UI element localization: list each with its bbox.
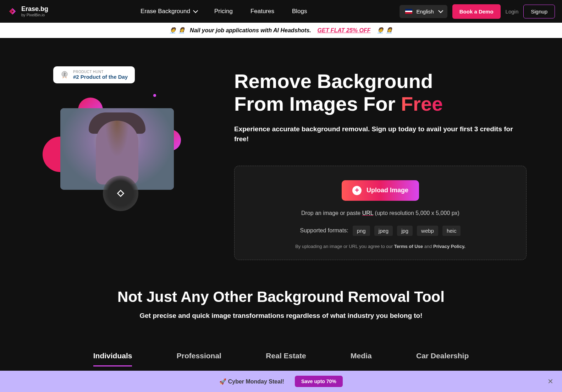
privacy-link[interactable]: Privacy Policy. <box>433 244 465 249</box>
product-hunt-label: PRODUCT HUNT <box>73 70 128 74</box>
promo-banner: 🧑‍💼 👩‍💼 Nail your job applications with … <box>0 23 562 38</box>
formats-label: Supported formats: <box>300 227 348 234</box>
logo[interactable]: Erase.bg by PixelBin.io <box>7 6 48 17</box>
format-tag: jpeg <box>374 226 393 236</box>
product-hunt-badge[interactable]: 2 PRODUCT HUNT #2 Product of the Day <box>53 66 135 83</box>
nav-features[interactable]: Features <box>250 8 274 15</box>
terms-and: and <box>423 244 433 249</box>
logo-subtitle: by PixelBin.io <box>21 13 48 17</box>
close-icon[interactable]: ✕ <box>547 377 553 386</box>
chevron-down-icon <box>193 8 198 13</box>
svg-text:2: 2 <box>64 72 66 76</box>
logo-icon <box>115 187 127 199</box>
logo-text: Erase.bg by PixelBin.io <box>21 6 48 17</box>
tab-real-estate[interactable]: Real Estate <box>266 352 306 366</box>
promo-text: Nail your job applications with AI Heads… <box>190 27 311 33</box>
product-hunt-text: PRODUCT HUNT #2 Product of the Day <box>73 70 128 80</box>
upload-button-label: Upload Image <box>367 187 408 194</box>
section-not-just-any: Not Just Any Other Background Removal To… <box>0 274 562 366</box>
section2-title: Not Just Any Other Background Removal To… <box>35 288 527 305</box>
header-actions: English Book a Demo Login Signup <box>400 4 555 19</box>
nav-erase-background-label: Erase Background <box>140 8 190 15</box>
format-tag: png <box>353 226 370 236</box>
nav-blogs[interactable]: Blogs <box>292 8 307 15</box>
promo-cta-link[interactable]: GET FLAT 25% OFF <box>318 27 371 33</box>
bottom-promo-label: Cyber Monday Steal! <box>228 379 284 385</box>
medal-icon: 2 <box>60 71 69 79</box>
hero-title-line1: Remove Background <box>234 70 433 92</box>
promo-emoji-right: 🧑‍💼 👩‍💼 <box>377 27 392 33</box>
formats-row: Supported formats: png jpeg jpg webp hei… <box>245 226 516 236</box>
bottom-promo-text: 🚀 Cyber Monday Steal! <box>219 378 284 385</box>
header: Erase.bg by PixelBin.io Erase Background… <box>0 0 562 23</box>
nav-pricing[interactable]: Pricing <box>214 8 233 15</box>
plus-icon: + <box>352 186 362 195</box>
language-label: English <box>417 9 434 15</box>
signup-button[interactable]: Signup <box>523 5 555 18</box>
terms-link[interactable]: Terms of Use <box>394 244 423 249</box>
terms-prefix: By uploading an image or URL you agree t… <box>295 244 394 249</box>
hero-subtitle: Experience accurate background removal. … <box>234 124 527 144</box>
tab-professional[interactable]: Professional <box>177 352 221 366</box>
hero-title-free: Free <box>401 93 443 115</box>
tab-media[interactable]: Media <box>351 352 372 366</box>
flag-icon <box>405 9 412 14</box>
book-demo-button[interactable]: Book a Demo <box>452 4 501 19</box>
drop-text: Drop an image or paste URL (upto resolut… <box>245 210 516 216</box>
tab-individuals[interactable]: Individuals <box>93 352 132 366</box>
industry-tabs: Individuals Professional Real Estate Med… <box>35 352 527 366</box>
bottom-cta-button[interactable]: Save upto 70% <box>295 376 343 387</box>
hero-title: Remove Background From Images For Free <box>234 70 527 116</box>
upload-image-button[interactable]: + Upload Image <box>342 180 419 201</box>
terms-text: By uploading an image or URL you agree t… <box>245 244 516 249</box>
main-nav: Erase Background Pricing Features Blogs <box>140 8 307 15</box>
format-tag: jpg <box>397 226 413 236</box>
tab-car-dealership[interactable]: Car Dealership <box>416 352 469 366</box>
processing-indicator <box>103 176 138 211</box>
format-tag: webp <box>417 226 438 236</box>
language-selector[interactable]: English <box>400 5 447 18</box>
hero-right: Remove Background From Images For Free E… <box>234 66 527 260</box>
hero-section: 2 PRODUCT HUNT #2 Product of the Day <box>0 38 562 274</box>
hero-title-line2a: From Images For <box>234 93 401 115</box>
login-link[interactable]: Login <box>506 9 519 15</box>
logo-icon <box>7 6 18 17</box>
drop-suffix: (upto resolution 5,000 x 5,000 px) <box>373 210 459 216</box>
chevron-down-icon <box>438 8 443 13</box>
format-tag: heic <box>442 226 461 236</box>
url-link[interactable]: URL <box>362 210 373 216</box>
promo-emoji-left: 🧑‍💼 👩‍💼 <box>169 27 185 33</box>
bottom-promo-bar: 🚀 Cyber Monday Steal! Save upto 70% ✕ <box>0 371 562 392</box>
drop-prefix: Drop an image or paste <box>301 210 362 216</box>
hero-image-area <box>50 94 184 200</box>
logo-title: Erase.bg <box>21 6 48 13</box>
section2-subtitle: Get precise and quick image transformati… <box>35 312 527 320</box>
upload-box[interactable]: + Upload Image Drop an image or paste UR… <box>234 166 527 260</box>
nav-erase-background[interactable]: Erase Background <box>140 8 197 15</box>
decorative-circle <box>153 94 156 97</box>
hero-left: 2 PRODUCT HUNT #2 Product of the Day <box>35 66 206 260</box>
product-hunt-title: #2 Product of the Day <box>73 74 128 80</box>
rocket-icon: 🚀 <box>219 379 226 385</box>
